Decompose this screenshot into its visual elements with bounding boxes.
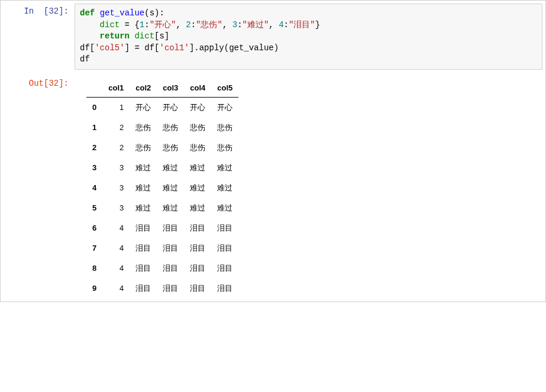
- cell: 难过: [157, 158, 184, 178]
- cell: 悲伤: [184, 118, 211, 138]
- cell: 泪目: [157, 258, 184, 278]
- table-row: 9 4 泪目 泪目 泪目 泪目: [86, 278, 238, 299]
- row-index: 8: [86, 258, 102, 278]
- table-head: col1 col2 col3 col4 col5: [86, 79, 238, 98]
- cell: 3: [102, 158, 130, 178]
- cell: 4: [102, 278, 130, 299]
- kw-def: def: [80, 8, 95, 18]
- kc1: :: [144, 20, 149, 30]
- table-row: 2 2 悲伤 悲伤 悲伤 悲伤: [86, 138, 238, 158]
- cell: 泪目: [211, 258, 238, 278]
- kc4: :: [284, 20, 289, 30]
- row-index: 0: [86, 97, 102, 118]
- indent2: [80, 31, 100, 41]
- c3: ,: [269, 20, 279, 30]
- cell: 难过: [157, 198, 184, 218]
- cell: 难过: [211, 198, 238, 218]
- c2: ,: [222, 20, 232, 30]
- rp2: ): [274, 43, 279, 53]
- cell: 泪目: [130, 218, 157, 238]
- cell: 泪目: [130, 238, 157, 258]
- code-block[interactable]: def get_value(s): dict = {1:"开心", 2:"悲伤"…: [80, 8, 537, 66]
- eq2: =: [130, 43, 144, 53]
- cell: 开心: [130, 97, 157, 118]
- rbrace: }: [315, 20, 320, 30]
- row-index: 7: [86, 238, 102, 258]
- cell: 悲伤: [211, 118, 238, 138]
- header-col: col3: [157, 79, 184, 98]
- header-col: col2: [130, 79, 157, 98]
- id-gv: get_value: [229, 43, 274, 53]
- header-col: col5: [211, 79, 238, 98]
- s-col1: 'col1': [159, 43, 189, 53]
- id-apply: apply: [199, 43, 224, 53]
- cell: 泪目: [184, 238, 211, 258]
- rsub: ]: [164, 31, 169, 41]
- s4: "泪目": [289, 20, 315, 30]
- colon: :: [159, 8, 164, 18]
- input-cell: In [32]: def get_value(s): dict = {1:"开心…: [1, 1, 545, 73]
- cell: 难过: [130, 198, 157, 218]
- code-input-area[interactable]: def get_value(s): dict = {1:"开心", 2:"悲伤"…: [75, 4, 542, 70]
- indent: [80, 20, 100, 30]
- cell: 难过: [130, 178, 157, 198]
- cell: 3: [102, 178, 130, 198]
- lsub2: [: [90, 43, 95, 53]
- table-row: 0 1 开心 开心 开心 开心: [86, 97, 238, 118]
- dataframe-table: col1 col2 col3 col4 col5 0 1 开心 开心 开心 开心: [86, 79, 238, 299]
- table-row: 7 4 泪目 泪目 泪目 泪目: [86, 238, 238, 258]
- id-df3: df: [80, 54, 90, 64]
- cell: 难过: [157, 178, 184, 198]
- cell: 难过: [211, 178, 238, 198]
- kc3: :: [237, 20, 242, 30]
- rsub2: ]: [125, 43, 130, 53]
- cell: 泪目: [184, 258, 211, 278]
- cell: 悲伤: [130, 118, 157, 138]
- lp2: (: [224, 43, 229, 53]
- cell: 泪目: [157, 278, 184, 299]
- kw-return: return: [100, 31, 130, 41]
- table-row: 8 4 泪目 泪目 泪目 泪目: [86, 258, 238, 278]
- c1: ,: [176, 20, 186, 30]
- out-prompt: Out[32]:: [4, 76, 75, 299]
- n4: 4: [279, 20, 283, 30]
- s1: "开心": [150, 20, 176, 30]
- row-index: 6: [86, 218, 102, 238]
- space: [95, 8, 99, 18]
- cell: 悲伤: [211, 138, 238, 158]
- cell: 悲伤: [130, 138, 157, 158]
- row-index: 2: [86, 138, 102, 158]
- cell: 泪目: [157, 238, 184, 258]
- cell: 泪目: [130, 278, 157, 299]
- cell: 难过: [184, 198, 211, 218]
- cell: 泪目: [130, 258, 157, 278]
- eq: =: [119, 20, 134, 30]
- lparen: (: [144, 8, 149, 18]
- table-row: 3 3 难过 难过 难过 难过: [86, 158, 238, 178]
- n3: 3: [232, 20, 237, 30]
- lbrace: {: [134, 20, 139, 30]
- s-col5: 'col5': [95, 43, 124, 53]
- cell: 泪目: [184, 278, 211, 299]
- header-col: col4: [184, 79, 211, 98]
- arg-s2: s: [159, 31, 164, 41]
- output-area: col1 col2 col3 col4 col5 0 1 开心 开心 开心 开心: [75, 76, 542, 299]
- header-col: col1: [102, 79, 130, 98]
- id-df2: df: [144, 43, 154, 53]
- s2: "悲伤": [196, 20, 222, 30]
- cell: 难过: [130, 158, 157, 178]
- id-dict2: dict: [134, 31, 154, 41]
- header-blank: [86, 79, 102, 98]
- table-row: 6 4 泪目 泪目 泪目 泪目: [86, 218, 238, 238]
- cell: 难过: [184, 158, 211, 178]
- table-row: 1 2 悲伤 悲伤 悲伤 悲伤: [86, 118, 238, 138]
- cell: 悲伤: [157, 138, 184, 158]
- cell: 悲伤: [157, 118, 184, 138]
- cell: 泪目: [211, 218, 238, 238]
- cell: 4: [102, 238, 130, 258]
- cell: 2: [102, 138, 130, 158]
- row-index: 5: [86, 198, 102, 218]
- arg-s: s: [150, 8, 154, 18]
- cell: 开心: [157, 97, 184, 118]
- cell: 2: [102, 118, 130, 138]
